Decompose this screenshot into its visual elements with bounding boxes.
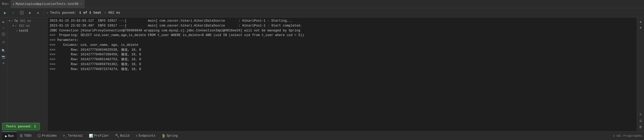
bottom-tab-run[interactable]: ▶Run [2,132,17,140]
console-line: ==> Preparing: SELECT uid,user_name,age,… [50,33,635,38]
console-line: 2023-01-15 23:02:03.117 INFO 33917 ---[ … [50,19,635,23]
tab-label: MybatisplusApplicationTests.test06 [16,2,79,6]
status-prefix: Tests passed: [50,11,76,15]
tree-content: ▼ ✓ Te 902 ms ▼ ✓ 902 ms ✓ test0 [7,18,47,131]
sidebar-play-button[interactable]: ▶ [1,19,6,25]
sidebar-camera-button[interactable]: 📷 [1,54,6,60]
sidebar-history-button[interactable]: ⏱ [1,40,6,45]
tree-item-root[interactable]: ▼ ✓ Te 902 ms [7,19,47,23]
tree-check-icon: ✓ [11,19,13,23]
bottom-tab-problems[interactable]: ⓘProblems [34,132,60,140]
sidebar-stop-button[interactable]: ⬛ [1,31,6,37]
format-icon: ≡ [639,112,641,117]
sort-button[interactable]: ⇅ [27,10,33,16]
bottom-right-text: 2 SDL ProgprogOkq [613,134,642,137]
tests-passed-label: Tests passed: 1 [6,125,36,128]
terminal-tab-icon: >_ [63,134,67,138]
format-button[interactable]: ≡ [638,112,643,117]
tree-item-grandchild[interactable]: ✓ test0 [7,28,47,33]
print-button[interactable]: 🖨 [638,118,643,124]
sidebar-check-button[interactable]: ✓ [1,25,6,31]
print-icon: 🖨 [639,119,642,123]
tab-bar: Run: ▶ MybatisplusApplicationTests.test0… [0,0,644,8]
bottom-tab-todo[interactable]: ☰TODO [17,132,34,140]
tests-passed-badge: Tests passed: 1 [2,123,40,130]
camera-icon: 📷 [2,55,5,59]
bottom-tab-terminal[interactable]: >_Terminal [60,132,86,140]
main-area: ▶ ✓ ⬛ ⏱ 🔍 📷 [0,18,644,131]
tab-arrow-icon: ▶ [13,3,15,6]
console-panel[interactable]: 2023-01-15 23:02:03.117 INFO 33917 ---[ … [48,18,637,131]
profiler-tab-icon: 📊 [89,134,93,138]
tree-arrow-child-icon: ▼ [12,24,14,27]
endpoints-tab-label: Endpoints [139,134,155,138]
sidebar-check-icon: ✓ [3,26,4,30]
console-line: <== Row: 1614277704851402753, 修改, 18, 0 [50,57,635,62]
endpoints-tab-icon: ⚡ [136,134,138,138]
more-icon: » [37,11,39,15]
more-button[interactable]: » [35,10,41,16]
sort-icon: ⇅ [29,11,31,15]
right-action-bar: ▲ ▼ ≡ 🖨 🗑 [637,18,644,131]
bottom-tab-spring[interactable]: 🍃Spring [158,132,181,140]
sidebar-stop-icon: ⬛ [2,32,5,36]
sidebar-play-icon: ▶ [3,20,4,24]
status-count: 1 of 1 test [79,11,101,15]
console-line: <== Row: 1614277704872374274, 修改, 18, 0 [50,67,635,72]
tree-item-child[interactable]: ▼ ✓ 902 ms [7,23,47,28]
console-line: <== Row: 1614277704834625538, 修改, 18, 0 [50,48,635,52]
status-time: – 902 ms [104,11,120,15]
bottom-tab-profiler[interactable]: 📊Profiler [86,132,112,140]
tab-close-button[interactable]: × [81,3,82,5]
bottom-right-info: 2 SDL ProgprogOkq [613,134,642,137]
stop-icon: ⬛ [20,11,24,15]
todo-tab-label: TODO [24,134,31,138]
scroll-up-button[interactable]: ▲ [638,19,643,25]
console-line: JDBC Connection [HikariProxyConnection@7… [50,28,635,33]
build-tab-icon: 🔨 [115,134,119,138]
spring-tab-label: Spring [167,134,178,138]
console-line: <== Row: 1614277704847208450, 修改, 18, 0 [50,52,635,57]
play-button[interactable]: ▶ [2,10,8,16]
build-tab-label: Build [120,134,130,138]
run-tab-icon: ▶ [5,134,7,138]
console-line: <== Row: 1614277704859791362, 修改, 18, 0 [50,62,635,67]
tree-item-child-time: 902 ms [19,24,30,28]
bottom-tab-endpoints[interactable]: ⚡Endpoints [133,132,159,140]
status-label: Tests passed: 1 of 1 test – 902 ms [50,11,120,15]
left-action-bar: ▶ ✓ ⬛ ⏱ 🔍 📷 [0,18,7,131]
trash-icon: 🗑 [639,125,642,129]
stop-button[interactable]: ⬛ [19,10,25,16]
check-icon: ✓ [12,11,14,15]
tree-item-label: Te [14,19,18,23]
gear-icon: ⚙ [3,61,4,65]
tree-check-grand-icon: ✓ [16,29,18,33]
console-line: <== Columns: uid, user_name, age, is_del… [50,43,635,48]
test-tab[interactable]: ▶ MybatisplusApplicationTests.test06 × [11,0,85,8]
tree-item-time: 902 ms [20,19,31,23]
scroll-up-icon: ▲ [640,20,641,24]
bottom-bar: ▶Run☰TODOⓘProblems>_Terminal📊Profiler🔨Bu… [0,131,644,140]
sidebar-settings-button[interactable]: ⚙ [1,60,6,66]
bottom-tab-build[interactable]: 🔨Build [112,132,133,140]
terminal-tab-label: Terminal [68,134,83,138]
scroll-down-icon: ▼ [640,26,641,30]
sidebar-search-button[interactable]: 🔍 [1,48,6,54]
play-icon: ▶ [4,10,6,15]
run-tab-label: Run [8,134,14,138]
console-line: ==> Parameters: [50,38,635,43]
scroll-down-button[interactable]: ▼ [638,25,643,31]
tree-arrow-icon: ▼ [9,20,10,22]
tree-check-child-icon: ✓ [15,24,17,28]
problems-tab-icon: ⓘ [38,134,41,138]
run-label: Run: [2,2,10,6]
console-line: 2023-01-15 23:02:38.497 INFO 33917 ---[ … [50,23,635,28]
test-tree: ▼ ✓ Te 902 ms ▼ ✓ 902 ms ✓ test0 [7,18,48,131]
status-check-icon: ✓ [47,11,49,15]
delete-button[interactable]: 🗑 [638,124,643,130]
toolbar: ▶ ✓ ⬛ ⇅ » ✓ Tests passed: 1 of 1 test – … [0,8,644,18]
search-icon: 🔍 [2,49,5,53]
tree-item-grandchild-label: test0 [19,29,28,33]
check-button[interactable]: ✓ [10,10,16,16]
toolbar-separator [44,10,44,15]
